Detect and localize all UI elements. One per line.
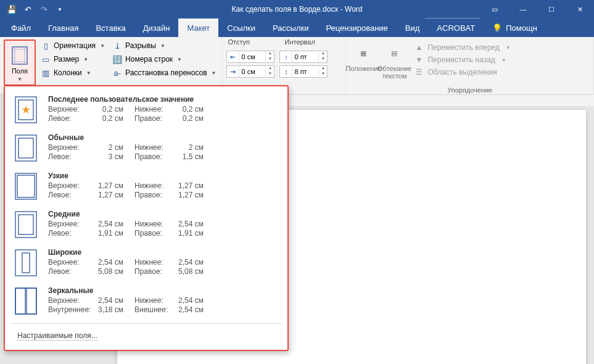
bring-forward-icon: ▲ — [414, 43, 424, 52]
preset-top-val: 0,2 см — [97, 105, 134, 114]
columns-button[interactable]: ▥Колонки▼ — [38, 67, 107, 79]
preset-top-val: 1,27 см — [97, 181, 134, 190]
wrap-text-button[interactable]: ▤ Обтекание текстом — [381, 39, 408, 86]
margins-preset-2[interactable]: Узкие Верхнее:1,27 см Нижнее:1,27 см Лев… — [5, 168, 287, 206]
svg-rect-17 — [15, 288, 25, 314]
preset-bottom-key: Нижнее: — [134, 181, 178, 190]
tab-file[interactable]: Файл — [2, 19, 39, 37]
tab-mailings[interactable]: Рассылки — [264, 19, 317, 37]
indent-right-input[interactable] — [239, 66, 265, 77]
spacing-before-spinner[interactable]: ↕▲▼ — [279, 51, 328, 63]
preset-bottom-key: Нижнее: — [134, 143, 178, 152]
preset-top-key: Верхнее: — [48, 105, 97, 114]
preset-bottom-val: 0,2 см — [178, 105, 215, 114]
svg-rect-18 — [27, 288, 36, 314]
indent-right-spinner[interactable]: ⇥▲▼ — [226, 65, 274, 78]
close-icon[interactable]: ✕ — [566, 0, 594, 19]
preset-top-key: Верхнее: — [48, 220, 97, 228]
send-backward-label: Переместить назад — [427, 56, 495, 64]
lightbulb-icon: 💡 — [492, 23, 502, 33]
titlebar: 💾 ↶ ↷ ▼ Как сделать поля в Ворде.docx - … — [0, 0, 594, 19]
indent-left-spinner[interactable]: ⇤▲▼ — [226, 51, 274, 63]
send-backward-icon: ▼ — [414, 55, 424, 65]
margins-preset-4[interactable]: Широкие Верхнее:2,54 см Нижнее:2,54 см Л… — [5, 244, 287, 283]
ribbon-options-icon[interactable]: ▭ — [481, 0, 509, 19]
spacing-before-input[interactable] — [292, 51, 318, 62]
margins-preset-1[interactable]: Обычные Верхнее:2 см Нижнее:2 см Левое:3… — [5, 130, 287, 168]
margins-preset-5[interactable]: Зеркальные Верхнее:2,54 см Нижнее:2,54 с… — [5, 283, 287, 321]
preset-right-key: Правое: — [134, 114, 178, 123]
preset-bottom-key: Нижнее: — [134, 296, 178, 305]
qat-customize-icon[interactable]: ▼ — [53, 2, 67, 16]
breaks-button[interactable]: ⤓Разрывы▼ — [110, 39, 218, 52]
bring-forward-button[interactable]: ▲Переместить вперед▼ — [411, 42, 513, 53]
preset-title: Средние — [48, 210, 279, 218]
preset-top-key: Верхнее: — [48, 143, 97, 152]
tab-design[interactable]: Дизайн — [134, 19, 179, 37]
preset-bottom-key: Нижнее: — [134, 220, 178, 228]
spacing-after-spinner[interactable]: ↕▲▼ — [279, 65, 328, 78]
preset-title: Обычные — [48, 133, 279, 142]
spacing-header: Интервал — [284, 38, 315, 46]
maximize-icon[interactable]: ☐ — [537, 0, 566, 19]
preset-left-val: 3 см — [97, 152, 134, 161]
tab-layout[interactable]: Макет — [178, 19, 218, 37]
tell-me-label: Помощн — [506, 23, 537, 33]
tab-review[interactable]: Рецензирование — [317, 19, 396, 37]
indent-left-input[interactable] — [239, 51, 265, 62]
preset-left-val: 1,27 см — [97, 191, 134, 199]
preset-right-key: Внешнее: — [134, 305, 178, 314]
svg-rect-16 — [15, 288, 36, 314]
minimize-icon[interactable]: — — [509, 0, 537, 19]
position-label: Положение — [345, 65, 381, 72]
margins-preset-0[interactable]: ★ Последнее пользовательское значение Ве… — [5, 91, 287, 130]
selection-pane-button[interactable]: ☰Область выделения — [411, 67, 513, 78]
tab-acrobat[interactable]: ACROBAT — [428, 19, 484, 37]
tab-references[interactable]: Ссылки — [218, 19, 264, 37]
line-numbers-label: Номера строк — [125, 55, 173, 64]
window-title: Как сделать поля в Ворде.docx - Word — [231, 5, 362, 14]
size-icon: ▭ — [41, 54, 51, 64]
margins-button[interactable]: Поля▼ — [6, 42, 33, 83]
orientation-button[interactable]: ▯Ориентация▼ — [38, 39, 107, 52]
columns-icon: ▥ — [41, 68, 51, 78]
spacing-after-input[interactable] — [292, 66, 318, 77]
hyphenation-icon: a- — [112, 68, 122, 78]
undo-icon[interactable]: ↶ — [21, 2, 35, 16]
redo-icon[interactable]: ↷ — [37, 2, 51, 16]
tab-insert[interactable]: Вставка — [87, 19, 134, 37]
spacing-after-icon: ↕ — [280, 66, 292, 77]
preset-right-key: Правое: — [134, 229, 178, 238]
tab-home[interactable]: Главная — [39, 19, 87, 37]
tab-view[interactable]: Вид — [397, 19, 429, 37]
preset-icon — [14, 133, 39, 164]
indent-left-icon: ⇤ — [227, 51, 239, 62]
wrap-text-icon: ▤ — [384, 43, 404, 63]
preset-icon — [14, 172, 39, 202]
send-backward-button[interactable]: ▼Переместить назад▼ — [411, 54, 513, 65]
size-label: Размер — [54, 55, 79, 64]
preset-icon — [14, 210, 39, 241]
columns-label: Колонки — [54, 68, 82, 77]
custom-margins-item[interactable]: Настраиваемые поля... — [5, 326, 287, 345]
size-button[interactable]: ▭Размер▼ — [38, 53, 107, 65]
preset-bottom-val: 2,54 см — [178, 220, 215, 228]
breaks-label: Разрывы — [125, 41, 156, 50]
margins-preset-3[interactable]: Средние Верхнее:2,54 см Нижнее:2,54 см Л… — [5, 206, 287, 244]
preset-top-val: 2,54 см — [97, 258, 134, 267]
tell-me[interactable]: 💡Помощн — [484, 19, 546, 37]
position-button[interactable]: ▦ Положение — [350, 39, 377, 86]
preset-top-key: Верхнее: — [48, 296, 97, 305]
svg-rect-11 — [17, 175, 35, 197]
preset-bottom-key: Нижнее: — [134, 105, 178, 114]
preset-bottom-val: 2,54 см — [178, 296, 215, 305]
wrap-text-label: Обтекание текстом — [377, 65, 411, 80]
line-numbers-button[interactable]: 🔢Номера строк▼ — [110, 53, 218, 65]
orientation-icon: ▯ — [41, 41, 51, 51]
save-icon[interactable]: 💾 — [5, 2, 19, 16]
hyphenation-button[interactable]: a-Расстановка переносов▼ — [110, 67, 218, 79]
account-icon[interactable] — [425, 0, 481, 19]
selection-pane-label: Область выделения — [427, 68, 497, 77]
preset-top-val: 2,54 см — [97, 220, 134, 228]
selection-pane-icon: ☰ — [414, 67, 424, 77]
